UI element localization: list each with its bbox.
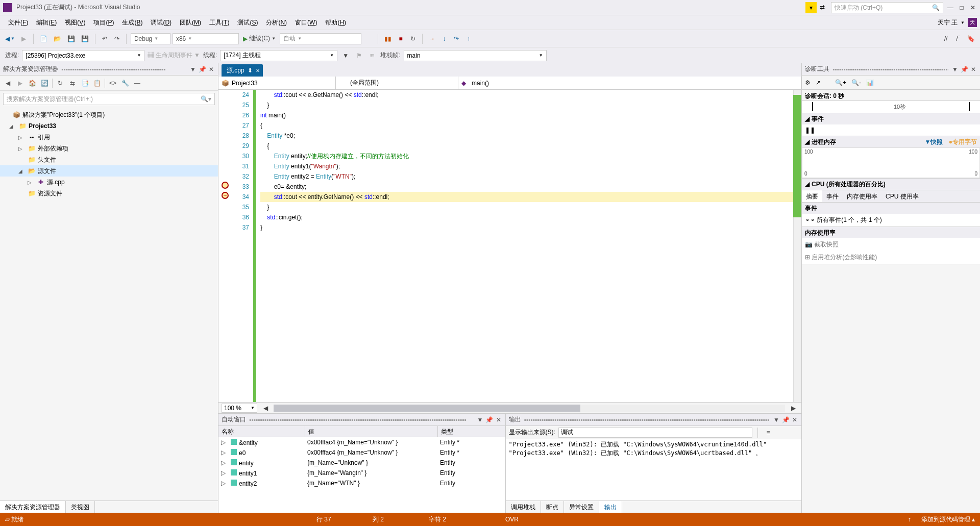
more-icon[interactable]: — bbox=[133, 79, 142, 88]
pin-icon[interactable]: 📌 bbox=[782, 416, 789, 423]
expand-icon[interactable]: ▷ bbox=[218, 439, 228, 446]
autos-row[interactable]: ▷entity1{m_Name="Wangtn" }Entity bbox=[218, 468, 505, 478]
code-editor[interactable]: 2425262728293031323334353637 std::cout <… bbox=[218, 90, 801, 402]
pin-icon[interactable]: 📌 bbox=[199, 66, 206, 73]
diag-timeline[interactable]: 10秒 bbox=[802, 101, 980, 113]
close-icon[interactable]: ✕ bbox=[791, 416, 798, 423]
publish-icon[interactable]: ↑ bbox=[908, 516, 911, 523]
expand-icon[interactable]: ▷ bbox=[218, 480, 228, 487]
tab-class-view[interactable]: 类视图 bbox=[66, 501, 95, 513]
export-icon[interactable]: ↗ bbox=[816, 79, 821, 86]
menu-s[interactable]: 测试(S) bbox=[233, 16, 262, 29]
comment-button[interactable]: // bbox=[941, 33, 951, 44]
menu-e[interactable]: 编辑(E) bbox=[32, 16, 61, 29]
menu-b[interactable]: 生成(B) bbox=[118, 16, 146, 29]
solution-tree[interactable]: 📦解决方案"Project33"(1 个项目) ◢📁Project33 ▷▪▪引… bbox=[0, 107, 218, 500]
config-dropdown[interactable]: Debug▼ bbox=[131, 33, 170, 44]
expand-icon[interactable]: ▷ bbox=[218, 459, 228, 466]
home-icon[interactable]: 🏠 bbox=[28, 79, 37, 88]
refresh-icon[interactable]: ↻ bbox=[56, 79, 65, 88]
pin-icon[interactable]: ⬍ bbox=[248, 67, 253, 74]
col-type[interactable]: 类型 bbox=[438, 426, 505, 437]
scm-button[interactable]: 添加到源代码管理 ▴ bbox=[921, 515, 975, 524]
user-avatar-badge[interactable]: 天 bbox=[968, 18, 977, 27]
menu-f[interactable]: 文件(F) bbox=[4, 16, 32, 29]
col-name[interactable]: 名称 bbox=[218, 426, 305, 437]
close-icon[interactable]: ✕ bbox=[208, 66, 215, 73]
connect-icon[interactable]: ⇄ bbox=[820, 4, 828, 12]
threads-icon[interactable]: ≋ bbox=[367, 50, 377, 61]
bookmark-button[interactable]: 🔖 bbox=[965, 33, 977, 44]
new-project-button[interactable]: 📄 bbox=[38, 33, 50, 44]
col-value[interactable]: 值 bbox=[305, 426, 438, 437]
tree-sources-node[interactable]: ◢📂源文件 bbox=[0, 165, 218, 177]
show-all-icon[interactable]: 📑 bbox=[80, 79, 89, 88]
user-caret-icon[interactable]: ▼ bbox=[961, 20, 965, 25]
platform-dropdown[interactable]: x86▼ bbox=[173, 33, 239, 44]
minimize-button[interactable]: — bbox=[946, 4, 954, 12]
caret-icon[interactable]: ◢ bbox=[805, 138, 810, 145]
restart-button[interactable]: ↻ bbox=[408, 33, 418, 44]
show-next-statement-button[interactable]: → bbox=[427, 33, 437, 44]
save-all-button[interactable]: 💾 bbox=[79, 33, 91, 44]
close-tab-icon[interactable]: ✕ bbox=[256, 68, 260, 73]
close-icon[interactable]: ✕ bbox=[970, 66, 977, 73]
menu-n[interactable]: 分析(N) bbox=[262, 16, 291, 29]
nav-back-button[interactable]: ◀▼ bbox=[3, 33, 17, 44]
snapshot-button[interactable]: 📷 截取快照 bbox=[802, 238, 980, 251]
quick-launch-input[interactable]: 快速启动 (Ctrl+Q) 🔍 bbox=[831, 2, 943, 13]
tree-resources-node[interactable]: 📁资源文件 bbox=[0, 188, 218, 199]
auto-dropdown[interactable]: 自动▼ bbox=[280, 33, 361, 44]
sync-icon[interactable]: 🔄 bbox=[40, 79, 49, 88]
flag-icon[interactable]: ⚑ bbox=[354, 50, 364, 61]
tree-project-node[interactable]: ◢📁Project33 bbox=[0, 120, 218, 132]
horizontal-scrollbar[interactable] bbox=[274, 405, 785, 412]
pin-icon[interactable]: 📌 bbox=[961, 66, 968, 73]
caret-icon[interactable]: ◢ bbox=[805, 115, 810, 122]
redo-button[interactable]: ↷ bbox=[112, 33, 122, 44]
open-file-button[interactable]: 📂 bbox=[52, 33, 63, 44]
pane-dropdown-icon[interactable]: ▼ bbox=[477, 416, 484, 423]
document-tab[interactable]: 源.cpp ⬍ ✕ bbox=[222, 64, 263, 77]
expand-icon[interactable]: ▷ bbox=[218, 469, 228, 477]
close-button[interactable]: ✕ bbox=[969, 4, 977, 12]
output-text[interactable]: "Project33.exe" (Win32): 已加载 "C:\Windows… bbox=[506, 439, 801, 500]
tab-callstack[interactable]: 调用堆栈 bbox=[506, 501, 541, 513]
tree-refs-node[interactable]: ▷▪▪引用 bbox=[0, 132, 218, 143]
menu-v[interactable]: 视图(V) bbox=[61, 16, 89, 29]
forward-icon[interactable]: ▶ bbox=[15, 79, 24, 88]
menu-p[interactable]: 项目(P) bbox=[89, 16, 118, 29]
nav-member-dropdown[interactable]: ◆main() bbox=[458, 77, 801, 89]
autos-row[interactable]: ▷entity{m_Name="Unknow" }Entity bbox=[218, 458, 505, 468]
tab-breakpoints[interactable]: 断点 bbox=[541, 501, 564, 513]
zoom-dropdown[interactable]: 100 %▼ bbox=[222, 404, 257, 413]
caret-icon[interactable]: ◢ bbox=[805, 181, 810, 188]
pause-icon[interactable]: ❚❚ bbox=[805, 127, 815, 134]
nav-fwd-button[interactable]: ▶ bbox=[19, 33, 29, 44]
solution-search-input[interactable]: 搜索解决方案资源管理器(Ctrl+;) 🔍▾ bbox=[3, 93, 215, 105]
menu-d[interactable]: 调试(D) bbox=[146, 16, 176, 29]
tab-output[interactable]: 输出 bbox=[599, 501, 622, 513]
expand-icon[interactable]: ▷ bbox=[218, 449, 228, 456]
scroll-left-button[interactable]: ◀ bbox=[260, 403, 271, 414]
tab-cpu[interactable]: CPU 使用率 bbox=[881, 190, 923, 202]
tree-solution-node[interactable]: 📦解决方案"Project33"(1 个项目) bbox=[0, 109, 218, 120]
output-source-dropdown[interactable]: 调试 bbox=[558, 428, 752, 438]
menu-w[interactable]: 窗口(W) bbox=[291, 16, 321, 29]
breakpoint-icon[interactable] bbox=[222, 182, 229, 189]
code-icon[interactable]: <> bbox=[108, 79, 117, 88]
collapse-icon[interactable]: ⇆ bbox=[68, 79, 77, 88]
stackframe-dropdown[interactable]: main▼ bbox=[404, 50, 547, 61]
notification-flag-icon[interactable]: ▾ bbox=[805, 2, 817, 13]
process-dropdown[interactable]: [25396] Project33.exe▼ bbox=[22, 50, 144, 61]
stop-button[interactable]: ■ bbox=[396, 33, 406, 44]
reset-zoom-icon[interactable]: 📊 bbox=[866, 79, 874, 86]
pane-dropdown-icon[interactable]: ▼ bbox=[951, 66, 959, 73]
thread-dropdown[interactable]: [1724] 主线程▼ bbox=[220, 50, 337, 61]
tab-exceptions[interactable]: 异常设置 bbox=[564, 501, 599, 513]
zoom-out-icon[interactable]: 🔍- bbox=[851, 79, 861, 86]
properties-icon[interactable]: 📋 bbox=[92, 79, 102, 88]
undo-button[interactable]: ↶ bbox=[100, 33, 110, 44]
menu-h[interactable]: 帮助(H) bbox=[321, 16, 350, 29]
break-all-button[interactable]: ▮▮ bbox=[382, 33, 394, 44]
